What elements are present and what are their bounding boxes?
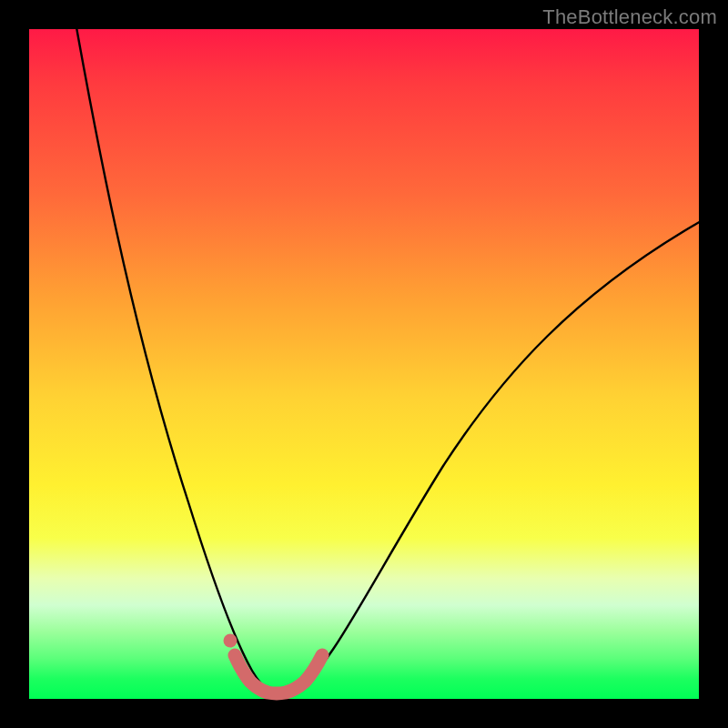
chart-frame: TheBottleneck.com [0,0,728,728]
chart-svg [29,29,699,699]
watermark-text: TheBottleneck.com [542,5,717,29]
highlight-dot [224,634,238,648]
plot-area [29,29,699,699]
bottleneck-curve [72,2,703,693]
